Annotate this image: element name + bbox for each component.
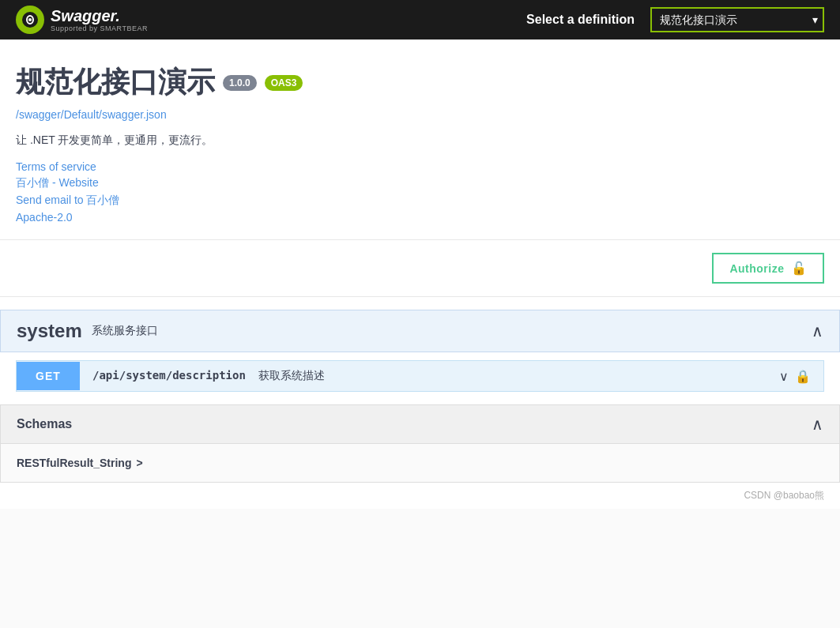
schemas-title: Schemas bbox=[17, 417, 72, 431]
authorize-button[interactable]: Authorize 🔓 bbox=[712, 253, 824, 284]
oas-badge: OAS3 bbox=[265, 75, 303, 91]
http-method-badge: GET bbox=[17, 362, 80, 390]
logo-smartbear-label: Supported by SMARTBEAR bbox=[51, 24, 148, 32]
endpoint-path-text: /api/system/description bbox=[92, 369, 246, 382]
watermark: CSDN @baobao熊 bbox=[0, 483, 840, 509]
schemas-body: RESTfulResult_String > bbox=[1, 444, 839, 482]
system-section-header[interactable]: system 系统服务接口 ∧ bbox=[0, 310, 840, 352]
watermark-text: CSDN @baobao熊 bbox=[744, 490, 824, 501]
endpoint-path: /api/system/description 获取系统描述 bbox=[80, 361, 767, 391]
logo-icon bbox=[16, 6, 44, 34]
logo: Swagger. Supported by SMARTBEAR bbox=[16, 6, 148, 34]
schema-item-name: RESTfulResult_String bbox=[17, 457, 131, 469]
title-row: 规范化接口演示 1.0.0 OAS3 bbox=[16, 63, 824, 102]
schema-item[interactable]: RESTfulResult_String > bbox=[17, 457, 823, 469]
main-content: 规范化接口演示 1.0.0 OAS3 /swagger/Default/swag… bbox=[0, 39, 840, 509]
api-info-section: 规范化接口演示 1.0.0 OAS3 /swagger/Default/swag… bbox=[0, 39, 840, 240]
authorize-section: Authorize 🔓 bbox=[0, 240, 840, 297]
website-link[interactable]: 百小僧 - Website bbox=[16, 176, 824, 190]
schemas-collapse-icon: ∧ bbox=[812, 415, 823, 434]
endpoint-right-icons: ∨ 🔒 bbox=[767, 369, 823, 384]
definition-select-wrapper[interactable]: 规范化接口演示 ▾ bbox=[650, 7, 824, 32]
terms-of-service-link[interactable]: Terms of service bbox=[16, 160, 824, 173]
endpoint-path-description: 获取系统描述 bbox=[258, 369, 325, 382]
definition-select[interactable]: 规范化接口演示 bbox=[650, 7, 824, 32]
endpoint-chevron-icon: ∨ bbox=[779, 369, 789, 384]
email-link[interactable]: Send email to 百小僧 bbox=[16, 194, 824, 208]
info-links: Terms of service 百小僧 - Website Send emai… bbox=[16, 160, 824, 224]
schemas-section: Schemas ∧ RESTfulResult_String > bbox=[0, 404, 840, 483]
section-description: 系统服务接口 bbox=[92, 324, 158, 338]
authorize-lock-icon: 🔓 bbox=[791, 261, 808, 276]
schemas-section-header[interactable]: Schemas ∧ bbox=[1, 405, 839, 444]
logo-text: Swagger. Supported by SMARTBEAR bbox=[51, 7, 148, 32]
select-definition-label: Select a definition bbox=[526, 13, 635, 27]
logo-swagger-label: Swagger. bbox=[51, 7, 148, 24]
swagger-url-link[interactable]: /swagger/Default/swagger.json bbox=[16, 108, 824, 121]
section-collapse-icon: ∧ bbox=[812, 322, 823, 340]
schema-item-expand-icon: > bbox=[136, 457, 142, 469]
svg-point-1 bbox=[28, 18, 32, 21]
section-tag-label: system bbox=[17, 320, 82, 342]
authorize-button-label: Authorize bbox=[729, 262, 784, 275]
api-description: 让 .NET 开发更简单，更通用，更流行。 bbox=[16, 133, 824, 148]
section-header-left: system 系统服务接口 bbox=[17, 320, 158, 342]
version-badge: 1.0.0 bbox=[223, 75, 257, 91]
endpoint-row[interactable]: GET /api/system/description 获取系统描述 ∨ 🔒 bbox=[16, 360, 824, 392]
endpoint-lock-icon: 🔒 bbox=[795, 369, 811, 384]
api-title: 规范化接口演示 bbox=[16, 63, 215, 102]
system-section: system 系统服务接口 ∧ GET /api/system/descript… bbox=[0, 310, 840, 392]
app-header: Swagger. Supported by SMARTBEAR Select a… bbox=[0, 0, 840, 39]
license-link[interactable]: Apache-2.0 bbox=[16, 211, 824, 224]
